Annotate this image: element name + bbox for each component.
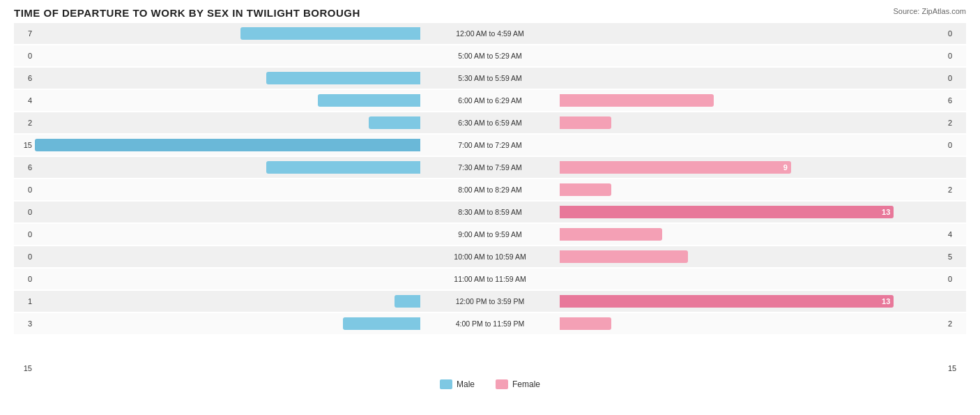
source-label: Source: ZipAtlas.com (893, 7, 966, 15)
chart-row: 6 7:30 AM to 7:59 AM 9 (14, 157, 966, 178)
male-value: 6 (14, 163, 35, 172)
time-label: 11:00 AM to 11:59 AM (420, 275, 560, 283)
female-bar (560, 228, 662, 241)
male-value: 0 (14, 230, 35, 239)
time-label: 9:00 AM to 9:59 AM (420, 230, 560, 239)
legend-female: Female (496, 379, 540, 389)
bars-wrapper: 7:30 AM to 7:59 AM 9 (35, 157, 945, 178)
legend: Male Female (14, 379, 966, 389)
chart-row: 0 8:00 AM to 8:29 AM 2 (14, 179, 966, 200)
female-value: 5 (945, 252, 966, 261)
chart-row: 6 5:30 AM to 5:59 AM 0 (14, 68, 966, 89)
female-value: 0 (945, 141, 966, 149)
female-bar-container (560, 138, 945, 152)
chart-row: 0 9:00 AM to 9:59 AM 4 (14, 224, 966, 245)
male-value: 0 (14, 208, 35, 216)
female-bar-container (560, 250, 945, 264)
female-bar-container: 9 (560, 160, 945, 174)
time-label: 7:00 AM to 7:29 AM (420, 141, 560, 149)
time-label: 8:30 AM to 8:59 AM (420, 208, 560, 216)
female-value: 2 (945, 119, 966, 127)
time-label: 12:00 PM to 3:59 PM (420, 297, 560, 305)
female-value: 4 (945, 230, 966, 239)
male-bar (318, 94, 420, 107)
male-bar (266, 161, 420, 174)
chart-area: 7 12:00 AM to 4:59 AM 0 0 5:00 AM (14, 23, 966, 361)
legend-male: Male (440, 379, 475, 389)
female-bar-label: 13 (878, 208, 894, 216)
male-bar-container (35, 27, 420, 40)
bars-wrapper: 6:00 AM to 6:29 AM (35, 90, 945, 111)
axis-left-val: 15 (14, 364, 35, 372)
male-bar-container (35, 294, 420, 308)
male-value: 6 (14, 74, 35, 82)
chart-title: TIME OF DEPARTURE TO WORK BY SEX IN TWIL… (14, 7, 966, 19)
female-bar-container: 13 (560, 205, 945, 219)
bars-wrapper: 9:00 AM to 9:59 AM (35, 224, 945, 245)
bars-wrapper: 7:00 AM to 7:29 AM (35, 135, 945, 156)
female-value: 0 (945, 52, 966, 60)
chart-row: 0 10:00 AM to 10:59 AM 5 (14, 246, 966, 267)
male-bar-container (35, 116, 420, 130)
time-label: 6:00 AM to 6:29 AM (420, 96, 560, 105)
female-bar-container (560, 272, 945, 286)
chart-container: TIME OF DEPARTURE TO WORK BY SEX IN TWIL… (0, 0, 980, 415)
female-bar (560, 250, 688, 263)
male-bar (266, 72, 420, 84)
male-value: 1 (14, 297, 35, 305)
chart-row: 4 6:00 AM to 6:29 AM 6 (14, 90, 966, 111)
time-label: 5:30 AM to 5:59 AM (420, 74, 560, 82)
male-value: 0 (14, 186, 35, 194)
male-bar-container (35, 205, 420, 219)
female-bar-container (560, 49, 945, 63)
female-bar-label: 13 (878, 297, 894, 305)
male-bar (343, 317, 420, 330)
female-bar-container (560, 116, 945, 130)
female-bar-container: 13 (560, 294, 945, 308)
female-value: 0 (945, 74, 966, 82)
female-bar: 9 (560, 161, 791, 174)
bars-wrapper: 12:00 AM to 4:59 AM (35, 23, 945, 44)
female-value: 2 (945, 319, 966, 328)
male-value: 0 (14, 252, 35, 261)
female-value: 0 (945, 275, 966, 283)
chart-row: 0 5:00 AM to 5:29 AM 0 (14, 45, 966, 66)
male-value: 4 (14, 96, 35, 105)
female-bar (560, 94, 714, 107)
male-bar-container (35, 183, 420, 197)
female-bar-container (560, 317, 945, 331)
female-value: 2 (945, 186, 966, 194)
male-bar-container (35, 160, 420, 174)
male-value: 2 (14, 119, 35, 127)
chart-row: 2 6:30 AM to 6:59 AM 2 (14, 112, 966, 133)
legend-male-box (440, 379, 452, 389)
female-bar (560, 317, 611, 330)
chart-row: 1 12:00 PM to 3:59 PM 13 (14, 291, 966, 312)
female-bar-container (560, 183, 945, 197)
male-value: 7 (14, 29, 35, 38)
male-bar-container (35, 71, 420, 85)
female-bar: 13 (560, 206, 894, 218)
bars-wrapper: 5:00 AM to 5:29 AM (35, 45, 945, 66)
bars-wrapper: 11:00 AM to 11:59 AM (35, 269, 945, 289)
bars-wrapper: 4:00 PM to 11:59 PM (35, 313, 945, 334)
male-value: 0 (14, 52, 35, 60)
time-label: 7:30 AM to 7:59 AM (420, 163, 560, 172)
female-bar-container (560, 71, 945, 85)
male-value: 3 (14, 319, 35, 328)
male-bar-container (35, 49, 420, 63)
time-label: 8:00 AM to 8:29 AM (420, 186, 560, 194)
legend-female-box (496, 379, 508, 389)
legend-male-label: Male (457, 379, 475, 389)
chart-row: 3 4:00 PM to 11:59 PM 2 (14, 313, 966, 334)
male-bar (240, 27, 420, 40)
male-bar-container (35, 317, 420, 331)
chart-row: 0 8:30 AM to 8:59 AM 13 (14, 202, 966, 222)
bars-wrapper: 5:30 AM to 5:59 AM (35, 68, 945, 89)
bars-wrapper: 10:00 AM to 10:59 AM (35, 246, 945, 267)
axis-right-val: 15 (945, 364, 966, 372)
male-bar (395, 295, 420, 308)
female-bar-container (560, 27, 945, 40)
female-bar-label: 9 (780, 163, 791, 172)
male-value: 0 (14, 275, 35, 283)
